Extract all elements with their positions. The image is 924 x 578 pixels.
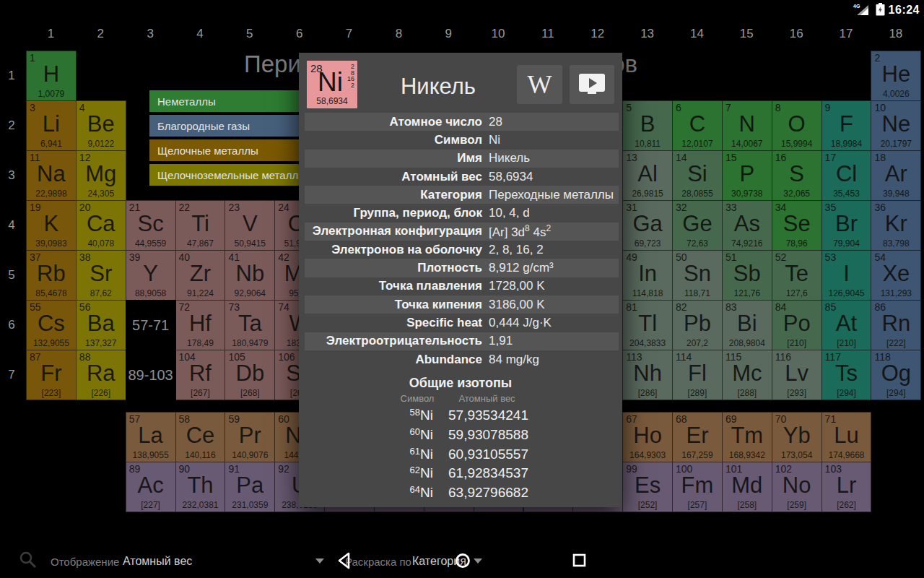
element-cell-Xe[interactable]: 54Xe131,293 xyxy=(871,250,921,301)
element-cell-Lr[interactable]: 103Lr[262] xyxy=(821,462,872,512)
element-cell-F[interactable]: 9F18,9984 xyxy=(821,100,872,151)
display-mode-dropdown[interactable]: Атомный вес xyxy=(123,555,192,568)
element-cell-Er[interactable]: 68Er167,259 xyxy=(672,412,723,462)
group-label: 17 xyxy=(821,27,871,40)
element-cell-Lu[interactable]: 71Lu174,9668 xyxy=(821,412,872,462)
element-cell-I[interactable]: 53I126,9045 xyxy=(821,250,872,301)
element-cell-Rb[interactable]: 37Rb85,4678 xyxy=(26,250,77,301)
element-cell-K[interactable]: 19K39,0983 xyxy=(26,200,77,251)
property-value: 84 mg/kg xyxy=(489,353,539,367)
element-cell-Rn[interactable]: 86Rn[222] xyxy=(871,300,921,350)
element-cell-Fm[interactable]: 100Fm[257] xyxy=(672,462,723,512)
element-cell-Sb[interactable]: 51Sb121,76 xyxy=(722,250,772,301)
atomic-number: 7 xyxy=(725,102,731,113)
atomic-number: 59 xyxy=(228,413,240,425)
element-cell-Es[interactable]: 99Es[252] xyxy=(622,462,673,512)
element-cell-Tl[interactable]: 81Tl204,3833 xyxy=(622,300,673,350)
element-cell-Sn[interactable]: 50Sn118,71 xyxy=(672,250,723,301)
element-cell-Ra[interactable]: 88Ra[226] xyxy=(76,350,126,400)
element-symbol: Zr xyxy=(190,261,211,287)
element-cell-C[interactable]: 6C12,0107 xyxy=(672,100,723,151)
element-cell-N[interactable]: 7N14,0067 xyxy=(722,100,772,151)
element-cell-Be[interactable]: 4Be9,0122 xyxy=(76,100,126,151)
atomic-number: 17 xyxy=(825,152,837,163)
element-cell-Sr[interactable]: 38Sr87,62 xyxy=(76,250,126,301)
property-label: Имя xyxy=(305,151,482,165)
element-cell-Sc[interactable]: 21Sc44,9559 xyxy=(126,200,176,251)
element-cell-S[interactable]: 16S32,065 xyxy=(772,150,822,201)
element-cell-Ho[interactable]: 67Ho164,9303 xyxy=(622,412,673,462)
element-cell-Nh[interactable]: 113Nh[286] xyxy=(622,350,673,400)
video-button[interactable] xyxy=(570,65,614,104)
element-cell-As[interactable]: 33As74,9216 xyxy=(722,200,772,251)
element-cell-Br[interactable]: 35Br79,904 xyxy=(821,200,872,251)
element-cell-La[interactable]: 57La138,9055 xyxy=(126,412,176,462)
element-cell-Pr[interactable]: 59Pr140,9076 xyxy=(225,412,275,462)
element-cell-Te[interactable]: 52Te127,6 xyxy=(772,250,822,301)
element-cell-Ge[interactable]: 32Ge72,63 xyxy=(672,200,723,251)
element-cell-Md[interactable]: 101Md[258] xyxy=(722,462,772,512)
element-cell-Y[interactable]: 39Y88,9058 xyxy=(126,250,176,301)
element-cell-Si[interactable]: 14Si28,0855 xyxy=(672,150,723,201)
element-cell-Ac[interactable]: 89Ac[227] xyxy=(126,462,176,512)
element-cell-Pb[interactable]: 82Pb207,2 xyxy=(672,300,723,350)
element-symbol: Li xyxy=(43,111,60,137)
element-cell-P[interactable]: 15P30,9738 xyxy=(722,150,772,201)
placeholder-57-71[interactable]: 57-71 xyxy=(126,300,176,350)
nav-recents-icon[interactable] xyxy=(571,552,588,569)
element-cell-Pa[interactable]: 91Pa231,0359 xyxy=(225,462,275,512)
search-icon[interactable] xyxy=(19,551,38,569)
placeholder-89-103[interactable]: 89-103 xyxy=(126,350,176,400)
element-cell-Li[interactable]: 3Li6,941 xyxy=(26,100,77,151)
element-cell-He[interactable]: 2He4,0026 xyxy=(871,51,921,101)
element-cell-Db[interactable]: 105Db[268] xyxy=(225,350,275,400)
element-cell-Ts[interactable]: 117Ts[294] xyxy=(821,350,872,400)
element-cell-Bi[interactable]: 83Bi208,9804 xyxy=(722,300,772,350)
element-cell-Se[interactable]: 34Se78,96 xyxy=(772,200,822,251)
element-cell-Tm[interactable]: 69Tm168,9342 xyxy=(722,412,772,462)
element-cell-Ga[interactable]: 31Ga69,723 xyxy=(622,200,673,251)
chevron-down-icon[interactable] xyxy=(315,558,324,564)
element-cell-Cs[interactable]: 55Cs132,9055 xyxy=(26,300,77,350)
element-symbol: No xyxy=(783,473,811,499)
element-cell-Ne[interactable]: 10Ne20,1797 xyxy=(871,100,921,151)
wikipedia-button[interactable]: W xyxy=(517,65,562,104)
element-cell-Hf[interactable]: 72Hf178,49 xyxy=(175,300,226,350)
element-cell-Fl[interactable]: 114Fl[289] xyxy=(672,350,723,400)
element-cell-Zr[interactable]: 40Zr91,224 xyxy=(175,250,226,301)
atomic-number: 83 xyxy=(725,301,737,313)
element-cell-At[interactable]: 85At[210] xyxy=(821,300,872,350)
element-cell-Mg[interactable]: 12Mg24,305 xyxy=(76,150,126,201)
element-cell-Cl[interactable]: 17Cl35,453 xyxy=(821,150,872,201)
element-cell-Kr[interactable]: 36Kr83,798 xyxy=(871,200,921,251)
element-cell-V[interactable]: 23V50,9415 xyxy=(225,200,275,251)
element-cell-Fr[interactable]: 87Fr[223] xyxy=(26,350,77,400)
element-cell-H[interactable]: 1H1,0079 xyxy=(26,51,77,101)
element-cell-Ca[interactable]: 20Ca40,078 xyxy=(76,200,126,251)
element-cell-Rf[interactable]: 104Rf[267] xyxy=(175,350,226,400)
element-cell-No[interactable]: 102No[259] xyxy=(772,462,822,512)
chevron-down-icon[interactable] xyxy=(474,558,482,564)
atomic-weight: 87,62 xyxy=(77,288,126,298)
element-cell-Lv[interactable]: 116Lv[293] xyxy=(772,350,822,400)
element-cell-B[interactable]: 5B10,811 xyxy=(622,100,673,151)
element-cell-Na[interactable]: 11Na22,9898 xyxy=(26,150,77,201)
element-cell-Ba[interactable]: 56Ba137,327 xyxy=(76,300,126,350)
element-cell-Al[interactable]: 13Al26,9815 xyxy=(622,150,673,201)
element-cell-In[interactable]: 49In114,818 xyxy=(622,250,673,301)
nav-back-icon[interactable] xyxy=(336,551,354,570)
element-cell-Po[interactable]: 84Po[210] xyxy=(772,300,822,350)
element-symbol: Er xyxy=(686,423,708,449)
nav-home-icon[interactable] xyxy=(453,551,472,570)
element-cell-Th[interactable]: 90Th232,0381 xyxy=(175,462,226,512)
element-cell-Nb[interactable]: 41Nb92,9064 xyxy=(225,250,275,301)
element-cell-Og[interactable]: 118Og[294] xyxy=(871,350,921,400)
element-cell-Ar[interactable]: 18Ar39,948 xyxy=(871,150,921,201)
element-cell-Mc[interactable]: 115Mc[288] xyxy=(722,350,772,400)
element-cell-Yb[interactable]: 70Yb173,054 xyxy=(772,412,822,462)
element-cell-Ti[interactable]: 22Ti47,867 xyxy=(175,200,226,251)
element-cell-Ce[interactable]: 58Ce140,116 xyxy=(175,412,226,462)
element-cell-O[interactable]: 8O15,9994 xyxy=(772,100,822,151)
battery-charging-icon xyxy=(876,3,885,16)
element-cell-Ta[interactable]: 73Ta180,9479 xyxy=(225,300,275,350)
